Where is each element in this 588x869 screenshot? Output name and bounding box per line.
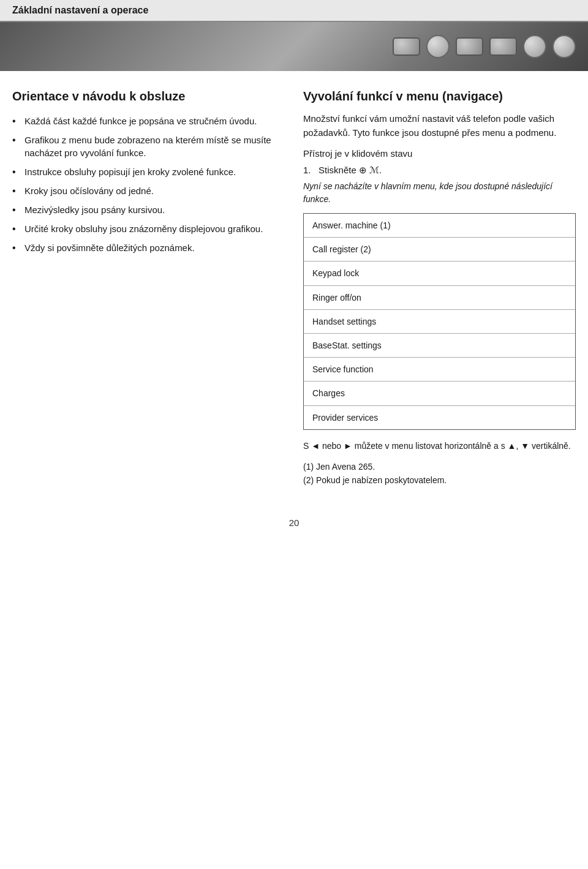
menu-item-service-function: Service function: [304, 358, 575, 382]
hero-device-btn-2: [426, 35, 450, 58]
menu-item-charges: Charges: [304, 382, 575, 405]
page-header-title: Základní nastavení a operace: [12, 5, 148, 15]
menu-item-call-register: Call register (2): [304, 238, 575, 261]
menu-box: Answer. machine (1) Call register (2) Ke…: [303, 213, 576, 430]
intro-text: Množství funkcí vám umožní nastavit váš …: [303, 112, 576, 140]
list-item: Vždy si povšimněte důležitých poznámek.: [12, 241, 285, 254]
left-section-title: Orientace v návodu k obsluze: [12, 89, 285, 103]
step-number: 1.: [303, 165, 311, 175]
idle-state-label: Přístroj je v klidovém stavu: [303, 148, 576, 159]
footnotes: (1) Jen Avena 265. (2) Pokud je nabízen …: [303, 460, 576, 487]
list-item: Kroky jsou očíslovány od jedné.: [12, 184, 285, 197]
hero-device-btn-5: [523, 35, 546, 58]
right-column: Vyvolání funkcí v menu (navigace) Množst…: [303, 89, 576, 487]
footnote-2: (2) Pokud je nabízen poskytovatelem.: [303, 473, 576, 487]
list-item: Každá část každé funkce je popsána ve st…: [12, 115, 285, 127]
step-instruction-text: Stiskněte ⊕ ℳ.: [318, 165, 382, 175]
step-instruction: 1. Stiskněte ⊕ ℳ.: [303, 164, 576, 176]
step-italic-text: Nyní se nacházíte v hlavním menu, kde js…: [303, 180, 576, 206]
menu-item-handset-settings: Handset settings: [304, 310, 575, 334]
list-item: Mezivýsledky jsou psány kursivou.: [12, 203, 285, 216]
hero-device-btn-3: [456, 37, 483, 56]
bullet-list: Každá část každé funkce je popsána ve st…: [12, 115, 285, 254]
menu-item-ringer-off-on: Ringer off/on: [304, 286, 575, 310]
page-header: Základní nastavení a operace: [0, 0, 588, 22]
hero-image-inner: [393, 35, 576, 58]
hero-image: [0, 22, 588, 71]
menu-item-provider-services: Provider services: [304, 406, 575, 429]
menu-item-answer-machine: Answer. machine (1): [304, 214, 575, 238]
list-item: Instrukce obsluhy popisují jen kroky zvo…: [12, 165, 285, 178]
list-item: Grafikou z menu bude zobrazeno na kterém…: [12, 134, 285, 159]
hero-device-btn-6: [552, 35, 576, 58]
page-number: 20: [0, 517, 588, 540]
main-content: Orientace v návodu k obsluze Každá část …: [0, 71, 588, 499]
menu-item-basestat-settings: BaseStat. settings: [304, 334, 575, 358]
footnote-1: (1) Jen Avena 265.: [303, 460, 576, 473]
hero-device-btn-4: [489, 37, 517, 56]
menu-item-keypad-lock: Keypad lock: [304, 261, 575, 285]
hero-device-btn-1: [393, 37, 420, 56]
nav-hint: S ◄ nebo ► můžete v menu listovat horizo…: [303, 440, 576, 453]
list-item: Určité kroky obsluhy jsou znázorněny dis…: [12, 222, 285, 235]
left-column: Orientace v návodu k obsluze Každá část …: [12, 89, 285, 487]
right-section-title: Vyvolání funkcí v menu (navigace): [303, 89, 576, 103]
